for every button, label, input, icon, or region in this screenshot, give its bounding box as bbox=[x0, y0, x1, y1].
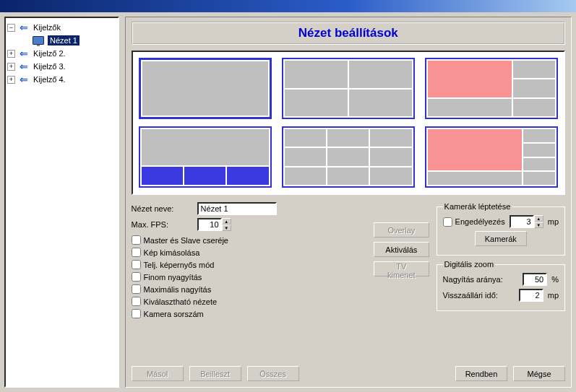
reset-time-label: Visszaállári idő: bbox=[443, 291, 515, 300]
tree-item-displays[interactable]: − ⇐ Kijelzők bbox=[7, 21, 116, 34]
tree-label: Kijelző 3. bbox=[31, 61, 68, 71]
digital-zoom-group: Digitális zoom Nagyítás aránya: % Vissza… bbox=[437, 260, 565, 311]
tree-label: Kijelző 4. bbox=[31, 74, 68, 84]
view-name-label: Nézet neve: bbox=[132, 204, 193, 213]
collapse-icon[interactable]: − bbox=[7, 24, 15, 32]
ok-button[interactable]: Rendben bbox=[455, 366, 507, 381]
layout-3x3[interactable] bbox=[282, 126, 415, 188]
panel-title: Nézet beállítások bbox=[132, 22, 565, 45]
expand-icon[interactable]: + bbox=[7, 76, 15, 84]
unit-label: mp bbox=[548, 217, 559, 226]
tree-label: Kijelző 2. bbox=[31, 48, 68, 58]
bottom-bar: Másol Beilleszt Összes Rendben Mégse bbox=[132, 366, 565, 381]
stepping-interval-input[interactable] bbox=[510, 215, 534, 228]
unit-label: mp bbox=[548, 291, 559, 300]
copy-button[interactable]: Másol bbox=[132, 366, 184, 381]
monitor-icon bbox=[33, 36, 44, 45]
check-master-slave[interactable]: Master és Slave cseréje bbox=[132, 234, 366, 246]
check-max-zoom[interactable]: Maximális nagyítás bbox=[132, 283, 366, 295]
spin-down-icon[interactable]: ▼ bbox=[222, 225, 231, 231]
cameras-button[interactable]: Kamerák bbox=[475, 231, 527, 246]
group-legend: Digitális zoom bbox=[443, 260, 495, 269]
arrow-left-icon: ⇐ bbox=[20, 61, 28, 71]
group-legend: Kamerák léptetése bbox=[443, 202, 512, 211]
form-area: Nézet neve: Max. FPS: ▲▼ Master és Slave… bbox=[132, 202, 565, 320]
arrow-left-icon: ⇐ bbox=[20, 48, 28, 58]
arrow-left-icon: ⇐ bbox=[20, 22, 28, 32]
check-camera-serial[interactable]: Kamera sorszám bbox=[132, 308, 366, 320]
paste-button[interactable]: Beilleszt bbox=[189, 366, 241, 381]
layout-picker bbox=[132, 51, 565, 195]
arrow-left-icon: ⇐ bbox=[20, 74, 28, 84]
view-settings-panel: Nézet beállítások bbox=[125, 17, 572, 388]
zoom-ratio-label: Nagyítás aránya: bbox=[443, 275, 519, 284]
tree-label: Nézet 1 bbox=[48, 35, 79, 45]
spin-up-icon[interactable]: ▲ bbox=[222, 218, 231, 225]
enable-stepping-check[interactable]: Engedélyezés bbox=[443, 216, 505, 228]
tree-item-display-2[interactable]: + ⇐ Kijelző 2. bbox=[7, 47, 116, 60]
content: − ⇐ Kijelzők Nézet 1 bbox=[0, 12, 576, 392]
layout-2x2-accent[interactable] bbox=[139, 126, 272, 188]
view-name-input[interactable] bbox=[197, 202, 277, 215]
titlebar bbox=[0, 0, 576, 12]
activate-button[interactable]: Aktiválás bbox=[374, 242, 429, 257]
layout-1-plus-5[interactable] bbox=[425, 58, 558, 119]
spin-up-icon[interactable]: ▲ bbox=[534, 215, 543, 222]
stepping-interval-stepper[interactable]: ▲▼ bbox=[510, 215, 543, 228]
tree-item-display-3[interactable]: + ⇐ Kijelző 3. bbox=[7, 60, 116, 73]
layout-1-plus-7[interactable] bbox=[425, 126, 558, 188]
tree-panel: − ⇐ Kijelzők Nézet 1 bbox=[4, 17, 119, 388]
tree-label: Kijelzők bbox=[31, 22, 63, 32]
zoom-ratio-input[interactable] bbox=[523, 273, 547, 286]
tree-item-view-1[interactable]: Nézet 1 bbox=[20, 34, 116, 47]
unit-label: % bbox=[551, 275, 559, 284]
max-fps-label: Max. FPS: bbox=[132, 220, 193, 229]
layout-1x1[interactable] bbox=[139, 58, 272, 119]
check-fine-zoom[interactable]: Finom nyagyítás bbox=[132, 271, 366, 283]
overlay-button[interactable]: Overlay bbox=[374, 222, 429, 238]
camera-stepping-group: Kamerák léptetése Engedélyezés ▲▼ mp Kam… bbox=[437, 202, 565, 256]
expand-icon[interactable]: + bbox=[7, 63, 15, 71]
reset-time-input[interactable] bbox=[519, 289, 543, 302]
all-button[interactable]: Összes bbox=[247, 366, 299, 381]
check-fullscreen[interactable]: Telj. képernyős mód bbox=[132, 258, 366, 271]
check-selectable-view[interactable]: Kiválasztható nézete bbox=[132, 295, 366, 308]
settings-window: − ⇐ Kijelzők Nézet 1 bbox=[0, 0, 576, 392]
cancel-button[interactable]: Mégse bbox=[513, 366, 565, 381]
tv-output-button[interactable]: TV kimenet bbox=[374, 261, 429, 276]
layout-2x2[interactable] bbox=[282, 58, 415, 119]
check-copy-image[interactable]: Kép kimásolása bbox=[132, 246, 366, 258]
max-fps-input[interactable] bbox=[197, 218, 222, 231]
max-fps-stepper[interactable]: ▲▼ bbox=[197, 218, 231, 231]
spin-down-icon[interactable]: ▼ bbox=[534, 222, 543, 228]
expand-icon[interactable]: + bbox=[7, 50, 15, 58]
tree-item-display-4[interactable]: + ⇐ Kijelző 4. bbox=[7, 73, 116, 86]
